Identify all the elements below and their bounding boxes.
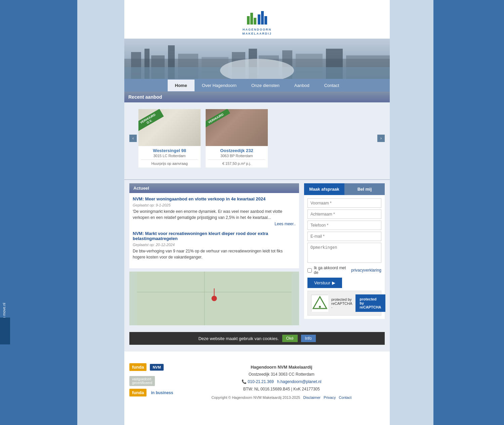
nav-aanbod[interactable]: Aanbod bbox=[287, 80, 317, 91]
submit-button[interactable]: Verstuur ▶ bbox=[307, 278, 342, 288]
sidebar: Inloggen move.nl bbox=[0, 0, 10, 425]
listing-title[interactable]: Westersingel 98 bbox=[141, 148, 198, 153]
navigation: Home Over Hagendoorn Onze diensten Aanbo… bbox=[124, 79, 390, 92]
news-date: Geplaatst op: 9-1-2025 bbox=[133, 203, 171, 207]
listing-price: Huurprijs op aanvraag bbox=[141, 161, 198, 166]
privacy-checkbox[interactable] bbox=[307, 268, 312, 273]
listing-info: Westersingel 98 3015 LC Rotterdam Huurpr… bbox=[138, 146, 201, 168]
funda-logo: funda bbox=[129, 363, 146, 371]
prev-arrow[interactable]: ‹ bbox=[129, 135, 137, 142]
cookie-bar: Deze website maakt gebruik van cookies. … bbox=[129, 332, 385, 345]
footer-phone-email: 📞 010-21.21.369 h.hagendoorn@planet.nl bbox=[178, 378, 385, 386]
nav-home[interactable]: Home bbox=[168, 80, 195, 91]
svg-rect-3 bbox=[258, 14, 260, 25]
actueel-section: Actueel NVM: Meer woningaanbod en vlotte… bbox=[129, 183, 299, 268]
svg-rect-5 bbox=[264, 16, 267, 25]
listing-address: 3063 BP Rotterdam bbox=[208, 154, 265, 158]
svg-point-25 bbox=[212, 296, 217, 301]
news-text: 'De woningmarkt kende een enorme dynamie… bbox=[133, 208, 296, 221]
listing-image: VERHUURD bbox=[206, 109, 268, 146]
checkbox-label: Ik ga akkoord met de bbox=[314, 266, 346, 275]
footer-privacy[interactable]: Privacy bbox=[324, 395, 336, 399]
nvm-logo: NVM bbox=[150, 364, 163, 371]
footer-logos-row1: funda NVM bbox=[129, 363, 173, 371]
footer-logos-row3: funda in business bbox=[129, 389, 173, 396]
footer-phone[interactable]: 010-21.21.369 bbox=[248, 379, 274, 384]
logo[interactable]: HAGENDOORN MAKELAARDIJ bbox=[242, 6, 272, 36]
nav-over[interactable]: Over Hagendoorn bbox=[195, 80, 244, 91]
contact-tabs: Maak afspraak Bel mij bbox=[304, 183, 385, 195]
logo-icon bbox=[244, 6, 270, 28]
two-col-layout: Actueel NVM: Meer woningaanbod en vlotte… bbox=[129, 183, 385, 329]
news-text: De btw-verhoging van 9 naar 21% op de ve… bbox=[133, 248, 296, 260]
contact-section: Maak afspraak Bel mij Ik ga akkoord m bbox=[304, 183, 385, 319]
svg-rect-1 bbox=[250, 13, 253, 25]
cookie-text: Deze website maakt gebruik van cookies. bbox=[198, 336, 279, 341]
footer-contact[interactable]: Contact bbox=[339, 395, 351, 399]
news-title[interactable]: NVM: Meer woningaanbod en vlotte verkoop… bbox=[133, 196, 296, 201]
in-business-text: in business bbox=[151, 390, 173, 395]
footer-copyright: Copyright © Hagendoorn NVM Makelaardij 2… bbox=[178, 394, 385, 401]
listing-image: VERHUURD O.V. bbox=[138, 109, 201, 146]
voornaam-input[interactable] bbox=[307, 198, 381, 208]
next-arrow[interactable]: › bbox=[377, 135, 385, 142]
map-placeholder bbox=[129, 272, 299, 325]
news-item: NVM: Meer woningaanbod en vlotte verkoop… bbox=[133, 196, 296, 226]
listing-price: € 157,50 p.m² p.j. bbox=[208, 161, 265, 166]
achternaam-input[interactable] bbox=[307, 209, 381, 219]
recaptcha-badge: protected by reCAPTCHA bbox=[355, 294, 385, 312]
email-input[interactable] bbox=[307, 232, 381, 241]
listing-address: 3015 LC Rotterdam bbox=[141, 154, 198, 158]
privacy-link[interactable]: privacyverklaring bbox=[351, 268, 381, 273]
news-more-link[interactable]: Lees meer.. bbox=[133, 222, 296, 226]
listing-item[interactable]: VERHUURD O.V. Westersingel 98 3015 LC Ro… bbox=[138, 109, 201, 168]
recaptcha-logo bbox=[311, 295, 328, 312]
nav-contact[interactable]: Contact bbox=[317, 80, 347, 91]
recent-aanbod-section: Recent aanbod ‹ VERHUURD O.V. Westersing… bbox=[129, 92, 385, 179]
actueel-header: Actueel bbox=[129, 183, 299, 193]
footer-logos-row2: vastgoedcertgecertificeerd bbox=[129, 376, 173, 386]
footer-disclaimer[interactable]: Disclaimer bbox=[303, 395, 321, 399]
listing-title[interactable]: Oostzeedijk 232 bbox=[208, 148, 265, 153]
footer-company-name: Hagendoorn NVM Makelaardij bbox=[178, 363, 385, 371]
svg-rect-2 bbox=[254, 18, 256, 25]
contact-form: Ik ga akkoord met de privacyverklaring V… bbox=[304, 195, 385, 319]
news-item: NVM: Markt voor recreatiewoningen kleurt… bbox=[133, 231, 296, 260]
header: HAGENDOORN MAKELAARDIJ bbox=[124, 0, 390, 39]
actueel-column: Actueel NVM: Meer woningaanbod en vlotte… bbox=[129, 183, 299, 329]
svg-rect-0 bbox=[247, 16, 250, 25]
footer: funda NVM vastgoedcertgecertificeerd fun… bbox=[124, 357, 390, 408]
logo-line2: MAKELAARDIJ bbox=[242, 32, 272, 35]
recent-aanbod-header: Recent aanbod bbox=[124, 92, 390, 102]
arrow-icon: ▶ bbox=[332, 280, 335, 285]
news-date: Geplaatst op: 20-12-2024 bbox=[133, 243, 175, 247]
tab-bel[interactable]: Bel mij bbox=[344, 183, 385, 195]
footer-contact-info: Hagendoorn NVM Makelaardij Oostzeedijk 3… bbox=[178, 363, 385, 401]
nav-diensten[interactable]: Onze diensten bbox=[244, 80, 287, 91]
logo-line1: HAGENDOORN bbox=[243, 28, 271, 31]
svg-point-28 bbox=[319, 306, 321, 308]
svg-rect-4 bbox=[261, 11, 264, 25]
footer-email[interactable]: h.hagendoorn@planet.nl bbox=[277, 379, 322, 384]
main-content: Recent aanbod ‹ VERHUURD O.V. Westersing… bbox=[124, 92, 390, 351]
telefoon-input[interactable] bbox=[307, 221, 381, 230]
footer-btw: BTW: NL 0016.15689.B45 | KvK 24177305 bbox=[178, 386, 385, 393]
contact-column: Maak afspraak Bel mij Ik ga akkoord m bbox=[304, 183, 385, 329]
svg-rect-24 bbox=[204, 272, 205, 325]
recaptcha-area: protected by reCAPTCHA - protected by re… bbox=[307, 291, 381, 316]
footer-address: Oostzeedijk 314 3063 CC Rotterdam bbox=[178, 371, 385, 378]
news-title[interactable]: NVM: Markt voor recreatiewoningen kleurt… bbox=[133, 231, 296, 241]
recaptcha-text: protected by reCAPTCHA bbox=[331, 297, 352, 305]
cookie-info-button[interactable]: Info bbox=[301, 335, 316, 342]
hero-image bbox=[124, 39, 390, 79]
tab-afspraak[interactable]: Maak afspraak bbox=[304, 183, 344, 195]
opmerkingen-textarea[interactable] bbox=[307, 243, 381, 263]
recaptcha-sub: - bbox=[331, 305, 352, 309]
funda-business-logo: funda bbox=[129, 389, 146, 396]
listing-item[interactable]: VERHUURD Oostzeedijk 232 3063 BP Rotterd… bbox=[206, 109, 268, 168]
sidebar-indicator bbox=[0, 318, 10, 344]
cookie-ok-button[interactable]: Oké bbox=[282, 335, 298, 342]
listings-container: VERHUURD O.V. Westersingel 98 3015 LC Ro… bbox=[138, 106, 273, 171]
actueel-body: NVM: Meer woningaanbod en vlotte verkoop… bbox=[129, 193, 299, 268]
privacy-checkbox-row: Ik ga akkoord met de privacyverklaring bbox=[307, 266, 381, 275]
